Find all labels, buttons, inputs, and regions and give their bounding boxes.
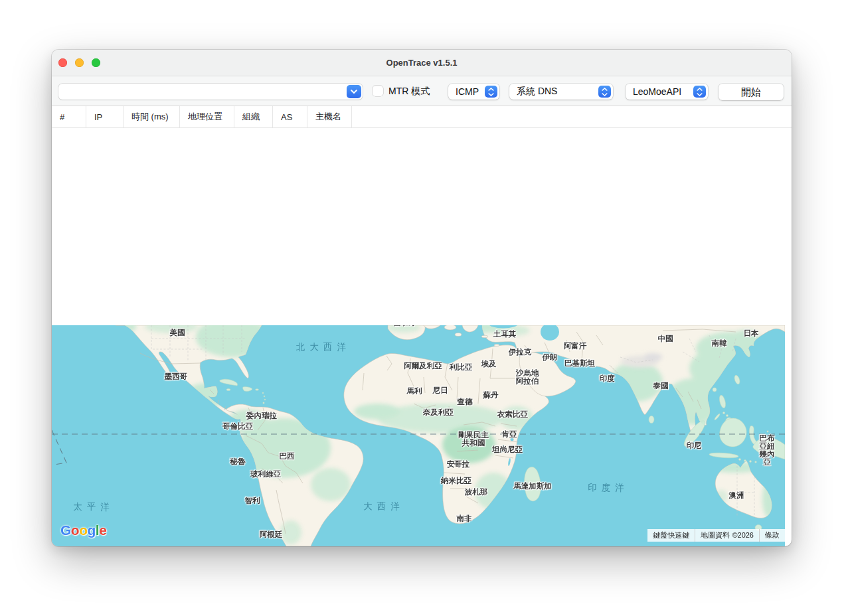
mtr-checkbox[interactable] [373, 86, 383, 96]
attribution-item-3[interactable]: 條款 [759, 529, 785, 542]
column-header-3[interactable]: 時間 (ms) [124, 106, 180, 127]
mtr-checkbox-label[interactable]: MTR 模式 [388, 76, 430, 106]
column-header-1[interactable]: # [52, 106, 86, 127]
protocol-popup[interactable]: ICMP [448, 84, 499, 100]
window-title: OpenTrace v1.5.1 [52, 50, 792, 76]
title-bar[interactable]: OpenTrace v1.5.1 [52, 50, 792, 76]
column-header-filler [352, 106, 792, 127]
google-logo-letter: e [99, 522, 106, 538]
column-header-2[interactable]: IP [86, 106, 124, 127]
table-header: #IP時間 (ms)地理位置組織AS主機名 [52, 106, 792, 128]
host-input[interactable] [64, 84, 343, 100]
app-window: OpenTrace v1.5.1 MTR 模式 ICMP 系統 DNS LeoM… [52, 50, 792, 546]
api-popup-value: LeoMoeAPI [626, 86, 693, 97]
host-combobox[interactable] [58, 84, 363, 100]
start-button[interactable]: 開始 [719, 84, 784, 100]
google-logo[interactable]: Google [60, 522, 106, 538]
google-logo-letter: o [71, 522, 79, 538]
map-attribution: 鍵盤快速鍵地圖資料 ©2026條款 [647, 529, 785, 542]
google-logo-letter: o [79, 522, 87, 538]
up-down-chevrons-icon [485, 86, 497, 98]
combobox-chevron-down-icon[interactable] [347, 85, 361, 98]
map-canvas [52, 325, 785, 546]
toolbar: MTR 模式 ICMP 系統 DNS LeoMoeAPI 開始 [52, 76, 792, 106]
column-header-7[interactable]: 主機名 [307, 106, 352, 127]
column-header-6[interactable]: AS [273, 106, 307, 127]
dns-popup-value: 系統 DNS [509, 86, 598, 98]
google-logo-letter: g [88, 522, 96, 538]
column-header-4[interactable]: 地理位置 [180, 106, 234, 127]
up-down-chevrons-icon [598, 86, 611, 98]
api-popup[interactable]: LeoMoeAPI [626, 84, 708, 100]
world-map[interactable]: 美國墨西哥委內瑞拉哥倫比亞秘魯巴西玻利維亞智利阿根廷西班牙阿爾及利亞利比亞埃及馬… [52, 325, 785, 546]
column-header-5[interactable]: 組織 [234, 106, 273, 127]
attribution-item-2: 地圖資料 ©2026 [695, 529, 759, 542]
attribution-item-1[interactable]: 鍵盤快速鍵 [647, 529, 695, 542]
dns-popup[interactable]: 系統 DNS [509, 84, 613, 100]
up-down-chevrons-icon [693, 86, 706, 98]
table-body[interactable] [52, 128, 792, 325]
google-logo-letter: G [60, 522, 71, 538]
protocol-popup-value: ICMP [448, 86, 485, 97]
